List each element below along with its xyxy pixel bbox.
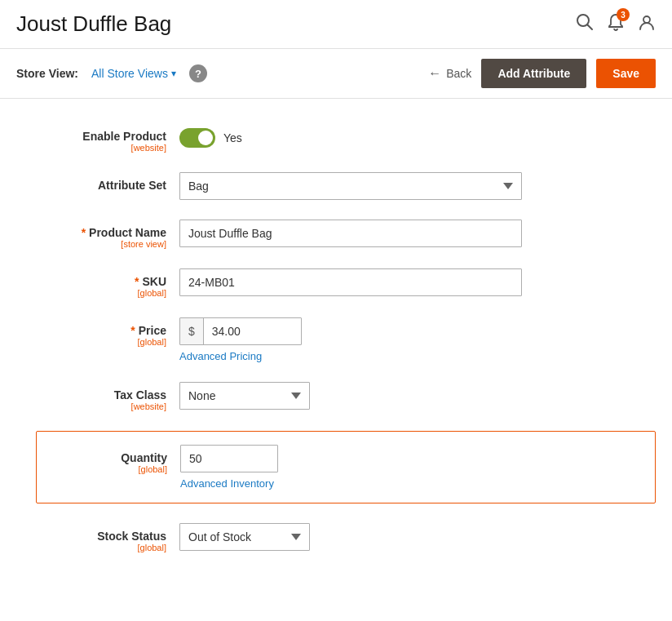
advanced-inventory-link[interactable]: Advanced Inventory [180, 477, 572, 490]
quantity-field: Advanced Inventory [180, 445, 572, 490]
search-icon[interactable] [576, 13, 594, 35]
user-icon[interactable] [638, 13, 656, 35]
back-arrow-icon: ← [428, 66, 441, 81]
toolbar-right: ← Back Add Attribute Save [428, 59, 656, 88]
page-title: Joust Duffle Bag [16, 11, 171, 37]
quantity-label: Quantity [global] [50, 445, 180, 474]
tax-class-label: Tax Class [website] [49, 382, 179, 411]
header-icons: 3 [576, 13, 656, 35]
attribute-set-select[interactable]: Bag [179, 172, 522, 200]
notification-count: 3 [617, 8, 630, 21]
toolbar: Store View: All Store Views ▾ ? ← Back A… [0, 49, 672, 99]
svg-line-1 [588, 25, 593, 30]
stock-status-select[interactable]: Out of Stock [179, 523, 310, 551]
help-icon[interactable]: ? [189, 64, 207, 82]
enable-product-toggle[interactable] [179, 128, 215, 148]
sku-row: *SKU [global] [49, 268, 656, 298]
enable-product-field: Yes [179, 123, 571, 148]
required-star-sku: * [135, 275, 139, 288]
attribute-set-label: Attribute Set [49, 172, 179, 192]
tax-class-row: Tax Class [website] None [49, 382, 656, 411]
stock-status-field: Out of Stock [179, 523, 571, 551]
required-star: * [82, 226, 86, 239]
sku-field [179, 268, 571, 296]
top-header: Joust Duffle Bag 3 [0, 0, 672, 49]
stock-status-label: Stock Status [global] [49, 523, 179, 552]
advanced-pricing-link[interactable]: Advanced Pricing [179, 350, 571, 362]
product-name-row: *Product Name [store view] [49, 220, 656, 249]
enable-product-value: Yes [223, 131, 242, 144]
product-name-label: *Product Name [store view] [49, 220, 179, 249]
currency-symbol: $ [180, 318, 204, 344]
price-label: *Price [global] [49, 317, 179, 347]
required-star-price: * [130, 324, 135, 337]
back-label: Back [446, 67, 471, 80]
quantity-row: Quantity [global] Advanced Inventory [50, 445, 642, 490]
attribute-set-row: Attribute Set Bag [49, 172, 656, 200]
price-input-wrapper: $ [179, 317, 302, 345]
quantity-row-wrapper: Quantity [global] Advanced Inventory [36, 431, 656, 503]
stock-status-row: Stock Status [global] Out of Stock [49, 523, 656, 552]
save-button[interactable]: Save [596, 59, 656, 88]
enable-product-row: Enable Product [website] Yes [49, 123, 656, 153]
product-name-input[interactable] [179, 220, 522, 247]
price-input[interactable] [204, 318, 277, 344]
svg-point-2 [643, 16, 650, 23]
form-content: Enable Product [website] Yes Attribute S… [0, 99, 672, 597]
store-view-value: All Store Views [91, 67, 168, 80]
notification-icon[interactable]: 3 [607, 13, 625, 35]
store-view-label: Store View: [16, 67, 78, 80]
add-attribute-button[interactable]: Add Attribute [481, 59, 586, 88]
price-row: *Price [global] $ Advanced Pricing [49, 317, 656, 362]
tax-class-field: None [179, 382, 571, 410]
tax-class-select[interactable]: None [179, 382, 310, 410]
attribute-set-field: Bag [179, 172, 571, 200]
sku-input[interactable] [179, 268, 522, 296]
product-name-field [179, 220, 571, 247]
chevron-down-icon: ▾ [171, 68, 176, 79]
price-field: $ Advanced Pricing [179, 317, 571, 362]
back-button[interactable]: ← Back [428, 66, 471, 81]
sku-label: *SKU [global] [49, 268, 179, 298]
enable-product-label: Enable Product [website] [49, 123, 179, 153]
store-view-dropdown[interactable]: All Store Views ▾ [91, 67, 176, 80]
quantity-input[interactable] [180, 445, 278, 472]
